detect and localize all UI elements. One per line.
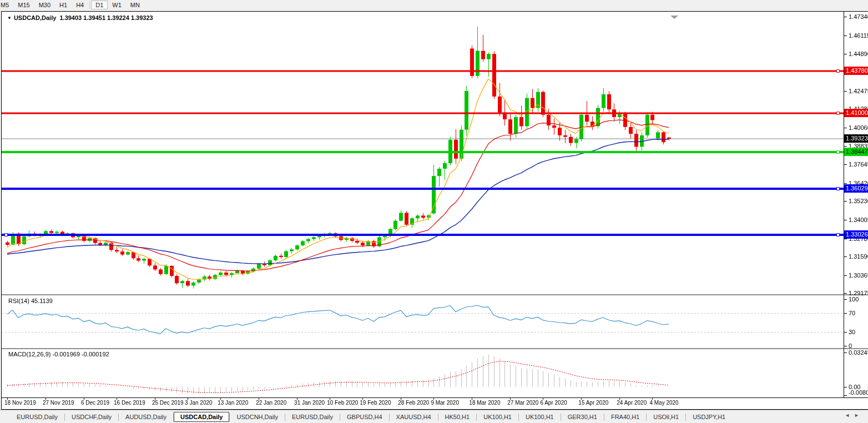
tab-item-hk50-h1[interactable]: HK50,H1 [438,412,477,422]
chart-dropdown-icon[interactable]: ▼ [7,16,12,21]
tab-item-uk100-h1[interactable]: UK100,H1 [477,412,518,422]
price-tick-label: 1.44890 [849,50,868,58]
tab-item-audusd-daily[interactable]: AUDUSD,Daily [119,412,173,422]
timeframe-button-m30[interactable]: M30 [34,1,55,9]
date-tick-label: 9 Mar 2020 [431,400,459,406]
tab-item-eurusd-daily[interactable]: EURUSD,Daily [10,412,64,422]
date-tick-label: 18 Nov 2019 [4,400,36,406]
timeframe-toolbar: M5M15M30H1H4D1W1MN [0,0,868,10]
price-tick-label: 1.37645 [849,160,868,168]
price-level-badge: 1.36029 [844,184,868,193]
chart-title: ▼USDCAD,Daily 1.39403 1.39451 1.39224 1.… [7,14,153,21]
tab-scroll-right-icon[interactable]: ► [854,412,864,418]
timeframe-button-d1[interactable]: D1 [91,1,108,9]
rsi-tick-label: 30 [849,328,868,336]
chart-window: ▼USDCAD,Daily 1.39403 1.39451 1.39224 1.… [1,11,868,410]
tab-item-usdchf-daily[interactable]: USDCHF,Daily [65,412,118,422]
tab-item-gbpusd-h4[interactable]: GBPUSD,H4 [340,412,389,422]
chart-symbol-period: USDCAD,Daily [14,14,56,21]
timeframe-button-h1[interactable]: H1 [55,1,72,9]
chart-tab-bar: EURUSD,DailyUSDCHF,DailyAUDUSD,DailyUSDC… [0,410,868,423]
date-tick-label: 24 Apr 2020 [617,400,647,406]
price-level-badge: 1.43780 [844,67,868,75]
tab-item-ger30-h1[interactable]: GER30,H1 [561,412,604,422]
timeframe-button-h4[interactable]: H4 [72,1,88,9]
price-tick-label: 1.42475 [849,87,868,95]
price-chart-canvas[interactable] [2,12,868,409]
tab-item-uk100-h1[interactable]: UK100,H1 [519,412,561,422]
timeframe-button-w1[interactable]: W1 [108,1,126,9]
date-tick-label: 15 Apr 2020 [578,400,608,406]
date-tick-label: 18 Mar 2020 [469,400,500,406]
date-tick-label: 25 Dec 2019 [152,400,184,406]
macd-indicator-label: MACD(12,26,9) -0.001969 -0.000192 [8,351,109,357]
tab-scroll-left-icon[interactable]: ◄ [845,412,854,418]
date-tick-label: 19 Feb 2020 [360,400,391,406]
current-price-badge: 1.39323 [844,134,868,143]
tab-item-usoil-h1[interactable]: USOil,H1 [647,412,685,422]
timeframe-button-m15[interactable]: M15 [13,1,34,9]
price-tick-label: 1.46115 [849,32,868,39]
price-level-badge: 1.33026 [844,230,868,239]
date-tick-label: 27 Mar 2020 [507,400,538,406]
rsi-tick-label: 70 [849,309,868,317]
timeframe-button-m5[interactable]: M5 [0,1,13,9]
date-tick-label: 3 Jan 2020 [185,400,213,406]
date-tick-label: 27 Nov 2019 [43,400,74,406]
date-tick-label: 10 Feb 2020 [327,400,358,406]
date-tick-label: 31 Jan 2020 [294,400,325,406]
rsi-indicator-label: RSI(14) 45.1139 [8,298,53,304]
date-tick-label: 22 Jan 2020 [256,400,286,406]
price-tick-label: 1.34005 [849,216,868,224]
price-tick-label: 1.35230 [849,197,868,205]
price-tick-label: 1.30365 [849,271,868,279]
tab-item-usdcnh-daily[interactable]: USDCNH,Daily [230,412,285,422]
tab-item-fra40-h1[interactable]: FRA40,H1 [604,412,646,422]
tab-item-usdcad-daily[interactable]: USDCAD,Daily [174,412,229,422]
price-tick-label: 1.31590 [849,253,868,260]
date-tick-label: 13 Jan 2020 [218,400,248,406]
date-tick-label: 6 Dec 2019 [81,400,109,406]
tab-item-eurusd-daily[interactable]: EURUSD,Daily [285,412,340,422]
rsi-tick-label: 100 [849,295,868,303]
price-level-badge: 1.38447 [844,148,868,156]
chart-ohlc-values: 1.39403 1.39451 1.39224 1.39323 [59,14,153,21]
price-tick-label: 1.47340 [849,13,868,21]
timeframe-button-mn[interactable]: MN [126,1,144,9]
toolbar-separator [89,1,90,9]
date-tick-label: 28 Feb 2020 [398,400,429,406]
tab-item-xauusd-h4[interactable]: XAUUSD,H4 [390,412,438,422]
tab-scroll-arrows: ◄► [845,412,864,418]
tab-item-usdjpy-h1[interactable]: USDJPY,H1 [686,412,732,422]
chart-tabs: EURUSD,DailyUSDCHF,DailyAUDUSD,DailyUSDC… [10,410,732,423]
macd-tick-label: 0.032493 [849,349,868,356]
price-tick-label: 1.40060 [849,124,868,132]
price-level-badge: 1.41000 [844,109,868,117]
date-tick-label: 16 Dec 2019 [114,400,145,406]
macd-tick-label: -0.008086 [849,389,868,396]
date-tick-label: 4 May 2020 [649,400,678,406]
date-tick-label: 6 Apr 2020 [540,400,567,406]
